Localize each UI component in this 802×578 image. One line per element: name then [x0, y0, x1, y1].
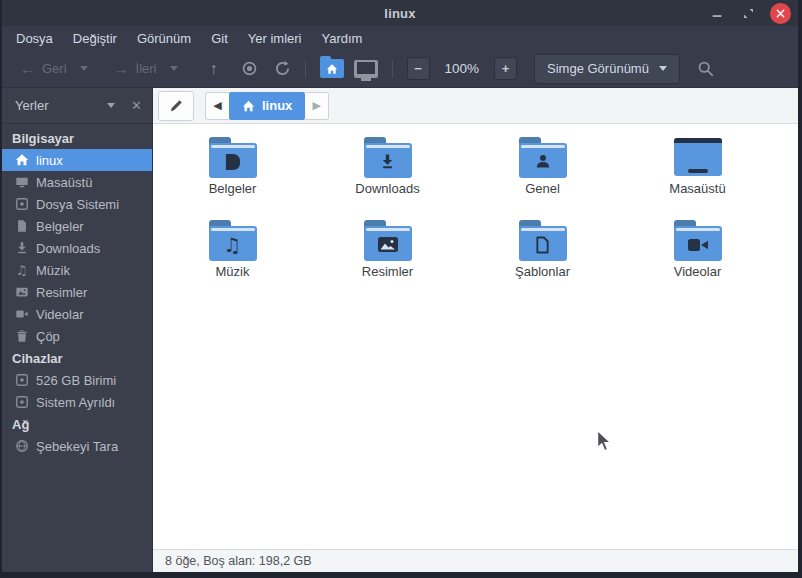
breadcrumb: ◀ linux ▶ — [205, 92, 329, 120]
network-icon — [14, 439, 29, 454]
sidebar-item-label: Belgeler — [36, 219, 84, 234]
desktop-view-button[interactable] — [354, 60, 378, 78]
sidebar-item[interactable]: Dosya Sistemi — [2, 193, 152, 215]
sidebar-item[interactable]: 526 GB Birimi — [2, 369, 152, 391]
back-label: Geri — [42, 61, 67, 76]
sidebar-item[interactable]: Belgeler — [2, 215, 152, 237]
sidebar-item-label: Sistem Ayrıldı — [36, 395, 115, 410]
minimize-button[interactable] — [708, 4, 726, 22]
window-title: linux — [2, 6, 798, 21]
breadcrumb-left-arrow[interactable]: ◀ — [205, 92, 229, 120]
sidebar: Yerler ✕ Bilgisayar linux — [2, 88, 153, 572]
sidebar-item-label: 526 GB Birimi — [36, 373, 116, 388]
forward-dropdown-icon[interactable] — [170, 66, 178, 71]
zoom-level: 100% — [445, 61, 480, 76]
breadcrumb-current-folder[interactable]: linux — [229, 92, 305, 120]
menu-item[interactable]: Git — [201, 28, 238, 49]
pane-switch-dropdown-icon[interactable] — [107, 103, 115, 108]
file-item-label: Videolar — [674, 264, 721, 279]
forward-label: İleri — [136, 61, 157, 76]
sidebar-item[interactable]: Çöp — [2, 325, 152, 347]
sidebar-pane-header: Yerler ✕ — [2, 88, 152, 124]
sidebar-item[interactable]: Sistem Ayrıldı — [2, 391, 152, 413]
file-item[interactable]: Genel — [465, 135, 620, 218]
edit-path-button[interactable] — [158, 91, 194, 121]
home-folder-button[interactable] — [320, 59, 344, 78]
back-dropdown-icon[interactable] — [80, 66, 88, 71]
pathbar: ◀ linux ▶ — [153, 88, 798, 124]
sidebar-item-label: Resimler — [36, 285, 87, 300]
sidebar-section: Bilgisayar linux Masaüstü — [2, 127, 152, 347]
sidebar-item[interactable]: Masaüstü — [2, 171, 152, 193]
sidebar-item-label: Müzik — [36, 263, 70, 278]
breadcrumb-right-arrow[interactable]: ▶ — [305, 92, 329, 120]
toolbar-separator — [305, 60, 306, 78]
file-view[interactable]: Belgeler Downloads Genel Masaüstü ♫ — [153, 124, 798, 549]
chevron-down-icon — [659, 66, 667, 71]
sidebar-item-label: Masaüstü — [36, 175, 92, 190]
up-button[interactable]: ↑ — [204, 59, 224, 79]
file-item[interactable]: Şablonlar — [465, 218, 620, 301]
file-item[interactable]: Videolar — [620, 218, 775, 301]
folder-documents-icon — [209, 135, 257, 179]
toolbar: ← Geri → İleri ↑ − 100% + Simge Görünümü — [2, 50, 798, 88]
document-icon — [14, 219, 29, 234]
home-icon — [14, 153, 29, 168]
file-item[interactable]: Resimler — [310, 218, 465, 301]
sidebar-sections: Bilgisayar linux Masaüstü — [2, 124, 152, 457]
menu-item[interactable]: Görünüm — [127, 28, 201, 49]
back-arrow-icon: ← — [20, 61, 35, 76]
pencil-icon — [169, 98, 184, 113]
menu-item[interactable]: Değiştir — [63, 28, 127, 49]
sidebar-item[interactable]: Şebekeyi Tara — [2, 435, 152, 457]
menubar: DosyaDeğiştirGörünümGitYer imleriYardım — [2, 26, 798, 50]
sidebar-section: Cihazlar 526 GB Birimi Sistem Ayrıldı — [2, 347, 152, 413]
view-mode-label: Simge Görünümü — [547, 61, 649, 76]
minimize-icon — [710, 6, 724, 20]
status-text: 8 öğe, Boş alan: 198,2 GB — [165, 554, 312, 568]
maximize-button[interactable] — [739, 4, 757, 22]
target-icon — [241, 60, 258, 77]
menu-item[interactable]: Dosya — [6, 28, 63, 49]
file-item[interactable]: Belgeler — [155, 135, 310, 218]
close-button[interactable] — [770, 3, 791, 24]
menu-item[interactable]: Yardım — [311, 28, 372, 49]
menu-item[interactable]: Yer imleri — [238, 28, 312, 49]
zoom-out-button[interactable]: − — [407, 57, 430, 80]
trash-icon — [14, 329, 29, 344]
home-icon — [242, 100, 255, 112]
file-item[interactable]: Downloads — [310, 135, 465, 218]
sidebar-item[interactable]: Videolar — [2, 303, 152, 325]
file-grid: Belgeler Downloads Genel Masaüstü ♫ — [153, 124, 798, 301]
pane-close-icon[interactable]: ✕ — [131, 98, 142, 113]
sidebar-item-label: Downloads — [36, 241, 100, 256]
sidebar-item[interactable]: Resimler — [2, 281, 152, 303]
back-button[interactable]: ← Geri — [20, 61, 88, 76]
desktop-small-icon — [14, 175, 29, 190]
home-icon — [326, 63, 338, 74]
titlebar[interactable]: linux — [2, 0, 798, 26]
view-mode-dropdown[interactable]: Simge Görünümü — [534, 54, 680, 84]
folder-downloads-icon — [364, 135, 412, 179]
maximize-icon — [742, 7, 755, 20]
sidebar-section-header: Bilgisayar — [2, 127, 152, 149]
sidebar-item[interactable]: Downloads — [2, 237, 152, 259]
file-item-label: Resimler — [362, 264, 413, 279]
file-item[interactable]: Masaüstü — [620, 135, 775, 218]
picture-icon — [14, 285, 29, 300]
zoom-in-button[interactable]: + — [494, 57, 517, 80]
desktop-icon — [674, 135, 722, 179]
file-item[interactable]: ♫ Müzik — [155, 218, 310, 301]
sidebar-item[interactable]: ♫ Müzik — [2, 259, 152, 281]
refresh-button[interactable] — [273, 59, 293, 79]
forward-button[interactable]: → İleri — [114, 61, 178, 76]
sidebar-item-label: Dosya Sistemi — [36, 197, 119, 212]
sidebar-section: Ağ Şebekeyi Tara — [2, 413, 152, 457]
location-target-button[interactable] — [240, 59, 260, 79]
search-button[interactable] — [696, 59, 716, 79]
sidebar-item[interactable]: linux — [2, 149, 152, 171]
folder-templates-icon — [519, 218, 567, 262]
toolbar-separator — [392, 60, 393, 78]
sidebar-item-label: Çöp — [36, 329, 60, 344]
sidebar-item-label: Videolar — [36, 307, 83, 322]
